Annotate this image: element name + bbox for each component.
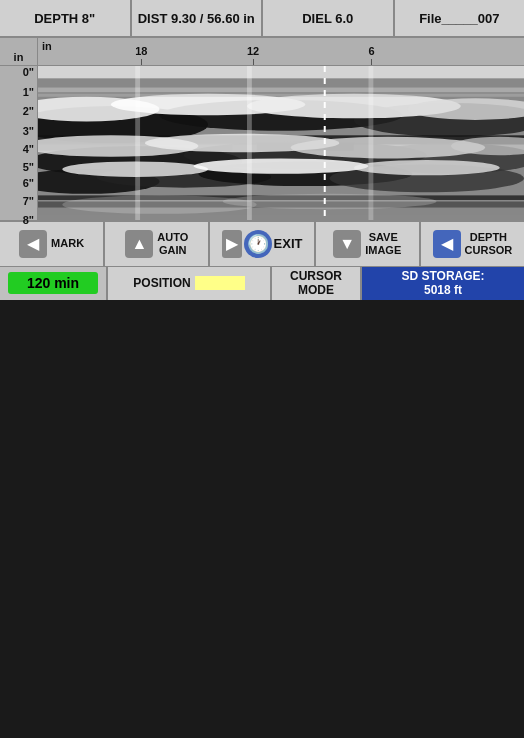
svg-point-36 (223, 194, 437, 209)
svg-point-25 (354, 160, 500, 175)
depth-cursor-button[interactable]: ◀ DEPTH CURSOR (421, 222, 524, 266)
gpr-visualization (38, 66, 524, 220)
mark-button[interactable]: ◀ MARK (0, 222, 105, 266)
position-label: POSITION (133, 276, 190, 290)
timer-display: 120 min (0, 267, 108, 300)
v-tick-8: 8" (0, 214, 37, 226)
svg-rect-27 (38, 88, 524, 93)
top-ruler: in 18 12 6 (38, 38, 524, 66)
next-button[interactable]: ▶ 🕐 EXIT (210, 222, 315, 266)
autogain-label: AUTO GAIN (157, 231, 188, 257)
svg-point-35 (62, 195, 256, 213)
mark-icon: ◀ (19, 230, 47, 258)
v-tick-0: 0" (0, 66, 37, 78)
depth-cursor-label: DEPTH CURSOR (465, 231, 513, 257)
save-down-icon: ▼ (333, 230, 361, 258)
svg-rect-28 (38, 94, 524, 97)
exit-label: EXIT (274, 236, 303, 252)
controls-row2: 120 min POSITION CURSOR MODE SD STORAGE:… (0, 267, 524, 300)
position-field[interactable]: POSITION (108, 267, 272, 300)
sd-storage-label: SD STORAGE: 5018 ft (401, 269, 484, 297)
diel-status: DIEL 6.0 (263, 0, 395, 36)
left-unit-label: in (42, 40, 52, 52)
clock-icon: 🕐 (244, 230, 272, 258)
cursor-mode-label: CURSOR MODE (290, 269, 342, 297)
v-tick-1: 1" (0, 86, 37, 98)
controls-panel: ◀ MARK ▲ AUTO GAIN ▶ 🕐 EXIT ▼ SAVE IMAGE (0, 220, 524, 300)
position-input[interactable] (195, 276, 245, 290)
top-unit-label: in (14, 51, 24, 63)
timer-value: 120 min (8, 272, 98, 294)
svg-point-24 (194, 158, 369, 173)
v-tick-5: 5" (0, 161, 37, 173)
v-tick-4: 4" (0, 143, 37, 155)
v-tick-2: 2" (0, 105, 37, 117)
sd-storage-display: SD STORAGE: 5018 ft (362, 267, 524, 300)
cursor-mode-button[interactable]: CURSOR MODE (272, 267, 362, 300)
dist-status: DIST 9.30 / 56.60 in (132, 0, 264, 36)
save-image-label: SAVE IMAGE (365, 231, 401, 257)
autogain-icon: ▲ (125, 230, 153, 258)
controls-row1: ◀ MARK ▲ AUTO GAIN ▶ 🕐 EXIT ▼ SAVE IMAGE (0, 222, 524, 267)
save-image-button[interactable]: ▼ SAVE IMAGE (316, 222, 421, 266)
svg-rect-1 (38, 66, 524, 78)
depth-status: DEPTH 8" (0, 0, 132, 36)
autogain-button[interactable]: ▲ AUTO GAIN (105, 222, 210, 266)
v-tick-7: 7" (0, 195, 37, 207)
depth-cursor-icon: ◀ (433, 230, 461, 258)
status-bar: DEPTH 8" DIST 9.30 / 56.60 in DIEL 6.0 F… (0, 0, 524, 38)
h-tick-18: 18 (135, 45, 147, 65)
h-tick-6: 6 (368, 45, 374, 65)
h-tick-12: 12 (247, 45, 259, 65)
gpr-scan-image[interactable] (38, 66, 524, 220)
v-tick-6: 6" (0, 177, 37, 189)
mark-label: MARK (51, 237, 84, 250)
scan-container: in in 18 12 6 0" (0, 38, 524, 220)
v-tick-3: 3" (0, 125, 37, 137)
prev-arrow-icon: ▶ (222, 230, 242, 258)
file-status: File_____007 (395, 0, 525, 36)
left-ruler: 0" 1" 2" 3" 4" 5" 6" 7" (0, 66, 38, 220)
